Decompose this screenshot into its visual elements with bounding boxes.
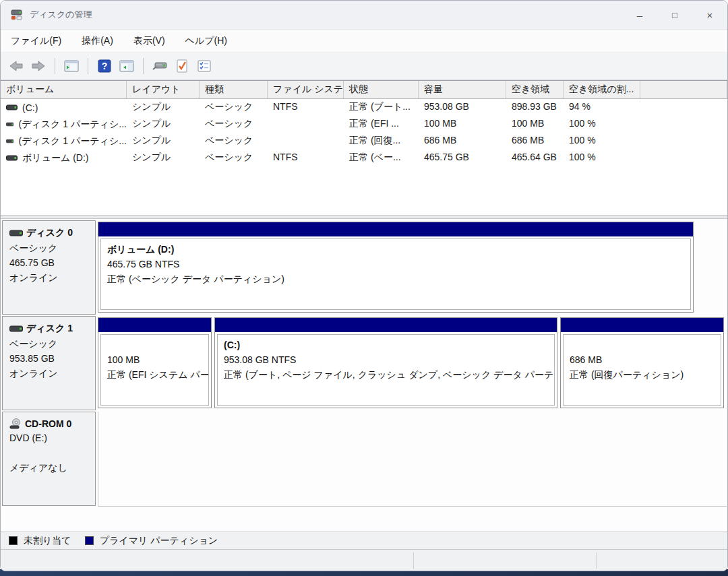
disk-kind: DVD (E:) — [9, 430, 91, 445]
cell-layout: シンプル — [127, 133, 200, 150]
partition-status: 正常 (ベーシック データ パーティション) — [107, 271, 690, 286]
menu-file[interactable]: ファイル(F) — [11, 35, 61, 47]
partition-info: 686 MB 正常 (回復パーティション) — [563, 334, 721, 406]
toolbar: ? — [1, 53, 727, 80]
cell-capacity: 686 MB — [419, 133, 506, 150]
show-console-tree-icon[interactable] — [63, 57, 80, 75]
check-disk-icon[interactable] — [173, 57, 191, 75]
cell-volume: (C:) — [22, 102, 38, 113]
column-header-filesystem[interactable]: ファイル システム — [268, 81, 344, 98]
table-row[interactable]: ボリューム (D:) シンプル ベーシック NTFS 正常 (ベー... 465… — [1, 150, 727, 166]
desktop: ディスクの管理 – □ × ファイル(F) 操作(A) 表示(V) ヘルプ(H) — [0, 0, 728, 576]
partition-size: 953.08 GB NTFS — [224, 352, 554, 367]
cell-filesystem — [268, 133, 344, 150]
cell-free: 100 MB — [506, 116, 564, 133]
legend-bar: 未割り当て プライマリ パーティション — [1, 532, 727, 549]
disk-label: CD-ROM 0 — [25, 418, 71, 429]
cell-free: 686 MB — [506, 133, 564, 150]
partition-color-bar — [98, 222, 693, 236]
cell-type: ベーシック — [200, 133, 268, 150]
column-header-layout[interactable]: レイアウト — [127, 81, 200, 98]
show-action-pane-icon[interactable] — [118, 57, 135, 75]
volume-icon — [6, 137, 13, 145]
partition-d[interactable]: ボリューム (D:) 465.75 GB NTFS 正常 (ベーシック データ … — [98, 222, 694, 313]
disk-1-panel[interactable]: ディスク 1 ベーシック 953.85 GB オンライン — [2, 316, 96, 410]
status-bar — [1, 549, 727, 571]
disk-1-row: ディスク 1 ベーシック 953.85 GB オンライン 100 MB 正常 (… — [1, 316, 727, 410]
menu-help[interactable]: ヘルプ(H) — [185, 35, 227, 47]
disk-state: メディアなし — [9, 460, 91, 475]
primary-partition-swatch — [85, 536, 94, 545]
column-header-empty — [640, 81, 727, 98]
partition-name: ボリューム (D:) — [107, 242, 690, 257]
forward-icon[interactable] — [30, 57, 47, 75]
partition-status: 正常 (EFI システム パー — [107, 367, 208, 382]
menu-action[interactable]: 操作(A) — [82, 35, 113, 47]
disk-icon — [9, 325, 23, 333]
column-header-free-pct[interactable]: 空き領域の割... — [564, 81, 640, 98]
disk-label: ディスク 0 — [26, 227, 73, 239]
disk-size: 465.75 GB — [9, 255, 91, 270]
disk-0-panel[interactable]: ディスク 0 ベーシック 465.75 GB オンライン — [2, 220, 96, 315]
cell-status: 正常 (ベー... — [344, 150, 419, 166]
disk-1-strip: 100 MB 正常 (EFI システム パー (C:) 953.08 GB NT… — [98, 316, 727, 410]
table-row[interactable]: (C:) シンプル ベーシック NTFS 正常 (ブート... 953.08 G… — [1, 99, 727, 116]
table-row[interactable]: (ディスク 1 パーティシ... シンプル ベーシック 正常 (回復... 68… — [1, 133, 727, 150]
cell-free-pct: 100 % — [564, 150, 640, 166]
column-header-type[interactable]: 種類 — [200, 81, 268, 98]
volume-list-header: ボリューム レイアウト 種類 ファイル システム 状態 容量 空き領域 空き領域… — [1, 81, 727, 99]
partition-c[interactable]: (C:) 953.08 GB NTFS 正常 (ブート, ページ ファイル, ク… — [214, 317, 557, 408]
toolbar-separator — [143, 58, 144, 74]
disk-0-strip: ボリューム (D:) 465.75 GB NTFS 正常 (ベーシック データ … — [98, 220, 696, 315]
partition-info: (C:) 953.08 GB NTFS 正常 (ブート, ページ ファイル, ク… — [217, 334, 555, 406]
title-bar: ディスクの管理 – □ × — [1, 1, 727, 29]
volume-icon — [6, 104, 18, 111]
cell-type: ベーシック — [200, 99, 268, 116]
maximize-button[interactable]: □ — [657, 1, 692, 29]
disk-state: オンライン — [9, 366, 91, 381]
partition-efi[interactable]: 100 MB 正常 (EFI システム パー — [98, 317, 212, 408]
cell-free-pct: 100 % — [564, 116, 640, 133]
cell-volume: (ディスク 1 パーティシ... — [18, 135, 127, 148]
legend-label: プライマリ パーティション — [100, 535, 218, 547]
help-icon[interactable]: ? — [96, 57, 113, 75]
cell-layout: シンプル — [127, 99, 200, 116]
cell-capacity: 953.08 GB — [419, 99, 506, 116]
cell-layout: シンプル — [127, 116, 200, 133]
column-header-capacity[interactable]: 容量 — [419, 81, 506, 98]
cell-filesystem — [268, 116, 344, 133]
column-header-volume[interactable]: ボリューム — [1, 81, 127, 98]
column-header-status[interactable]: 状態 — [344, 81, 419, 98]
toolbar-separator — [88, 58, 88, 74]
cell-type: ベーシック — [200, 116, 268, 133]
cell-free: 465.64 GB — [506, 150, 564, 166]
svg-text:?: ? — [102, 61, 108, 71]
volume-icon — [6, 154, 18, 162]
back-icon[interactable] — [7, 57, 25, 75]
cell-free-pct: 94 % — [564, 99, 640, 116]
partition-recovery[interactable]: 686 MB 正常 (回復パーティション) — [560, 317, 724, 408]
column-header-free[interactable]: 空き領域 — [506, 81, 564, 98]
close-button[interactable]: × — [692, 1, 727, 29]
disk-size: 953.85 GB — [9, 351, 91, 366]
cell-free: 898.93 GB — [506, 99, 564, 116]
cdrom-0-panel[interactable]: CD-ROM 0 DVD (E:) メディアなし — [2, 412, 96, 506]
partition-color-bar — [98, 318, 211, 332]
table-row[interactable]: (ディスク 1 パーティシ... シンプル ベーシック 正常 (EFI ... … — [1, 116, 727, 133]
cell-capacity: 100 MB — [419, 116, 506, 133]
cdrom-0-row: CD-ROM 0 DVD (E:) メディアなし — [1, 412, 727, 506]
partition-size: 465.75 GB NTFS — [107, 257, 690, 271]
cell-volume: ボリューム (D:) — [22, 152, 89, 164]
properties-list-icon[interactable] — [195, 57, 213, 75]
menu-view[interactable]: 表示(V) — [133, 35, 165, 47]
volume-icon — [6, 121, 13, 128]
partition-info: 100 MB 正常 (EFI システム パー — [100, 334, 209, 406]
rescan-disks-icon[interactable] — [151, 57, 169, 75]
cell-filesystem: NTFS — [268, 150, 344, 166]
cell-status: 正常 (回復... — [344, 133, 419, 150]
partition-name — [570, 338, 721, 352]
partition-status: 正常 (ブート, ページ ファイル, クラッシュ ダンプ, ベーシック データ … — [224, 367, 554, 382]
minimize-button[interactable]: – — [622, 1, 657, 29]
disk-management-app-icon — [10, 9, 24, 21]
disk-management-window: ディスクの管理 – □ × ファイル(F) 操作(A) 表示(V) ヘルプ(H) — [0, 0, 728, 571]
